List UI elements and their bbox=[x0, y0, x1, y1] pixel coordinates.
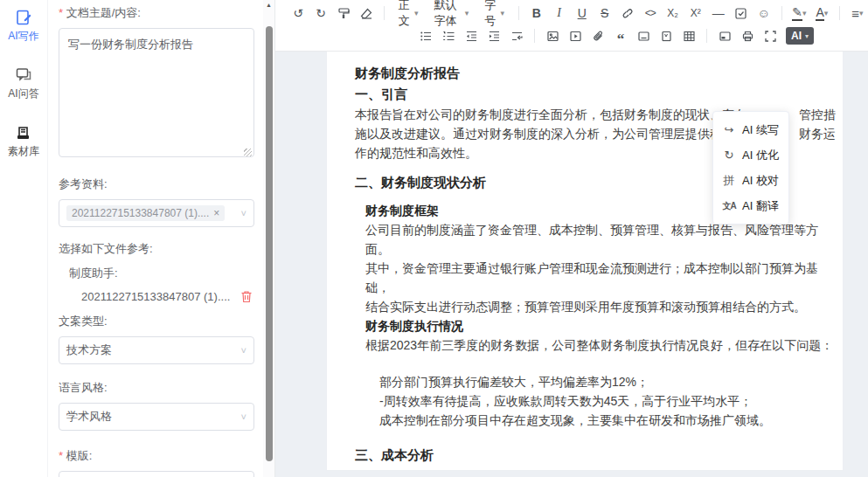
annotation-page-icon[interactable] bbox=[656, 26, 677, 45]
menu-item-ai-proofread[interactable]: 拼AI 校对 bbox=[713, 168, 788, 193]
print-icon[interactable] bbox=[737, 26, 758, 45]
superscript-icon[interactable]: X² bbox=[685, 3, 706, 23]
topic-input[interactable]: 写一份财务制度分析报告 bbox=[59, 28, 254, 157]
scrollbar-thumb[interactable] bbox=[266, 26, 273, 461]
sidebar-item-label: 素材库 bbox=[8, 144, 39, 159]
doc-paragraph-line: 其中，资金管理主要通过银行账户管理和现金流预测进行；成本控制以部门预算为基础， bbox=[365, 259, 836, 297]
bullet-list-icon[interactable] bbox=[415, 26, 436, 45]
paragraph-style-dropdown[interactable]: 正文▾ bbox=[392, 3, 426, 23]
reference-tag: 2021122715133847807 (1)....× bbox=[66, 205, 225, 221]
doc-paragraph-line: 公司目前的制度涵盖了资金管理、成本控制、预算管理、核算与报告、风险管理等方面。 bbox=[365, 220, 836, 259]
doc-list-item: 部分部门预算执行偏差较大，平均偏差率为12%； bbox=[379, 372, 836, 391]
writing-form-panel: 文档主题/内容: 写一份财务制度分析报告 参考资料: 2021122715133… bbox=[48, 0, 263, 477]
archive-icon bbox=[15, 124, 32, 142]
doc-heading: 一、引言 bbox=[355, 84, 836, 105]
task-checkbox-icon[interactable] bbox=[731, 3, 752, 23]
ai-translate-icon: 文A bbox=[722, 200, 736, 212]
eraser-icon[interactable] bbox=[356, 3, 377, 23]
style-select[interactable]: 学术风格 ˅ bbox=[59, 403, 254, 431]
redo-icon[interactable]: ↻ bbox=[310, 3, 331, 23]
underline-icon[interactable]: U bbox=[572, 3, 593, 23]
attachment-icon[interactable] bbox=[587, 26, 608, 45]
image-icon[interactable] bbox=[542, 26, 563, 45]
subscript-icon[interactable]: X₂ bbox=[663, 3, 684, 23]
editor-content: 财务制度分析报告 一、引言 本报告旨在对公司的财务制度进行全面分析，包括财务制度… bbox=[275, 52, 868, 477]
menu-item-ai-translate[interactable]: 文AAI 翻译 bbox=[713, 193, 788, 218]
ai-menu-button[interactable]: AI▾ bbox=[786, 27, 814, 45]
ordered-list-icon[interactable] bbox=[438, 26, 459, 45]
video-icon[interactable] bbox=[565, 26, 586, 45]
doc-paragraph-line: 根据2023年前三季度的财务数据，公司整体财务制度执行情况良好，但存在以下问题： bbox=[365, 335, 836, 355]
ai-optimize-icon: ↻ bbox=[722, 149, 736, 162]
chevron-down-icon: ˅ bbox=[241, 411, 247, 422]
font-color-icon[interactable]: A▾ bbox=[811, 3, 832, 23]
app-window: AI写作 AI问答 素材库 文档主题/内容: 写一份财务制度分析报告 参考资料:… bbox=[0, 0, 868, 477]
selected-file-row: 2021122715133847807 (1).... bbox=[81, 290, 254, 303]
trash-icon[interactable] bbox=[240, 290, 253, 303]
strikethrough-icon[interactable]: S bbox=[594, 3, 615, 23]
reference-select[interactable]: 2021122715133847807 (1)....× ˅ bbox=[59, 199, 254, 227]
sidebar-item-material-library[interactable]: 素材库 bbox=[8, 124, 39, 159]
divider-block-icon[interactable] bbox=[633, 26, 654, 45]
editor-toolbar: ↺ ↻ 正文▾ 默认字体▾ 字号▾ B I U S bbox=[275, 0, 868, 52]
tag-close-icon[interactable]: × bbox=[213, 207, 219, 219]
undo-icon[interactable]: ↺ bbox=[288, 3, 309, 23]
blockquote-icon[interactable]: “ bbox=[610, 26, 631, 45]
fullscreen-icon[interactable] bbox=[760, 26, 781, 45]
format-painter-icon[interactable] bbox=[333, 3, 354, 23]
font-family-dropdown[interactable]: 默认字体▾ bbox=[427, 3, 476, 23]
menu-item-ai-optimize[interactable]: ↻AI 优化 bbox=[713, 142, 788, 168]
indent-icon[interactable] bbox=[483, 26, 504, 45]
table-icon[interactable] bbox=[678, 26, 699, 45]
chevron-down-icon: ˅ bbox=[241, 208, 247, 218]
file-select-label: 选择如下文件参考: bbox=[59, 241, 254, 257]
doc-heading: 三、成本分析 bbox=[355, 445, 836, 466]
doc-title: 财务制度分析报告 bbox=[355, 63, 836, 84]
template-label: 模版: bbox=[59, 448, 254, 464]
sidebar-item-ai-writing[interactable]: AI写作 bbox=[8, 9, 38, 44]
ai-dropdown-menu: ↪AI 续写 ↻AI 优化 拼AI 校对 文AAI 翻译 bbox=[712, 111, 789, 225]
doc-subheading: 财务制度执行情况 bbox=[365, 316, 836, 335]
assistant-label: 制度助手: bbox=[69, 266, 254, 281]
line-break-icon[interactable] bbox=[506, 26, 527, 45]
font-size-dropdown[interactable]: 字号▾ bbox=[477, 3, 511, 23]
editor-area: ↺ ↻ 正文▾ 默认字体▾ 字号▾ B I U S bbox=[275, 0, 868, 477]
italic-icon[interactable]: I bbox=[549, 3, 570, 23]
chevron-down-icon: ˅ bbox=[241, 345, 247, 356]
align-dropdown-icon[interactable]: ≡▾ bbox=[847, 3, 868, 23]
doc-list-item: 成本控制在部分项目中存在超支现象，主要集中在研发和市场推广领域。 bbox=[379, 411, 836, 430]
copy-type-select[interactable]: 技术方案 ˅ bbox=[59, 336, 254, 364]
topic-label: 文档主题/内容: bbox=[59, 5, 254, 21]
link-icon[interactable] bbox=[617, 3, 638, 23]
side-panel-icon[interactable] bbox=[714, 26, 735, 45]
bold-icon[interactable]: B bbox=[526, 3, 547, 23]
left-nav: AI写作 AI问答 素材库 bbox=[0, 0, 48, 477]
scroll-up-icon[interactable]: ▲ bbox=[266, 2, 272, 8]
emoji-icon[interactable]: ☺ bbox=[753, 3, 774, 23]
file-name: 2021122715133847807 (1).... bbox=[81, 290, 240, 303]
style-label: 语言风格: bbox=[59, 380, 254, 396]
template-select[interactable]: 通用模板 ˅ ✓ bbox=[59, 471, 254, 477]
reference-label: 参考资料: bbox=[59, 176, 254, 192]
doc-paragraph-line: 结合实际支出进行动态调整；预算管理则采用年度预算和滚动预算相结合的方式。 bbox=[365, 297, 836, 316]
sidebar-item-label: AI问答 bbox=[8, 86, 38, 101]
doc-list-item: -周转效率有待提高，应收账款周转天数为45天，高于行业平均水平； bbox=[379, 391, 836, 411]
highlight-color-icon[interactable]: ✎▾ bbox=[788, 3, 809, 23]
copy-type-label: 文案类型: bbox=[59, 314, 254, 329]
horizontal-rule-icon[interactable]: — bbox=[708, 3, 729, 23]
sidebar-item-ai-qa[interactable]: AI问答 bbox=[8, 66, 38, 101]
panel-scrollbar[interactable]: ▲ bbox=[263, 0, 275, 477]
ai-continue-icon: ↪ bbox=[722, 123, 736, 136]
chat-bubbles-icon bbox=[15, 66, 32, 84]
sidebar-item-label: AI写作 bbox=[8, 29, 38, 44]
menu-item-ai-continue[interactable]: ↪AI 续写 bbox=[713, 117, 788, 142]
outdent-icon[interactable] bbox=[461, 26, 482, 45]
code-icon[interactable]: <> bbox=[640, 3, 661, 23]
ai-proofread-icon: 拼 bbox=[722, 173, 736, 189]
resize-handle[interactable] bbox=[244, 149, 252, 156]
doc-pencil-icon bbox=[15, 9, 32, 26]
